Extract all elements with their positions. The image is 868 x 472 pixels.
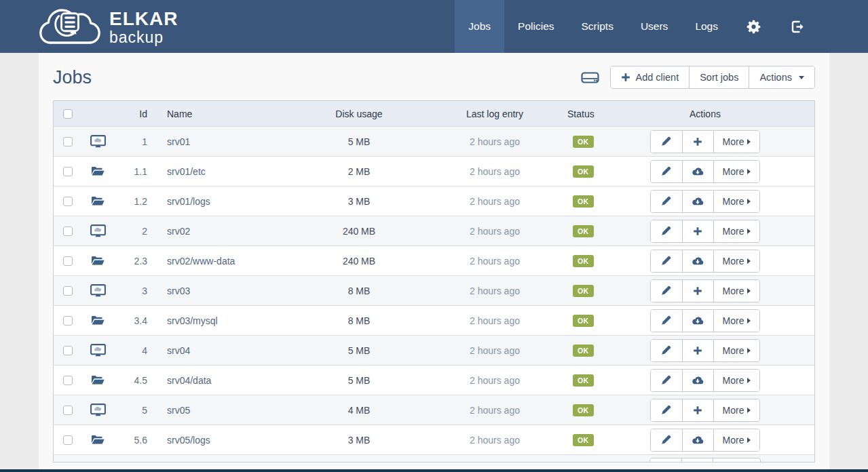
row-id: 4 (115, 345, 149, 356)
chevron-right-icon (747, 437, 751, 443)
restore-button[interactable] (682, 429, 713, 451)
job-name-link[interactable]: srv04 (149, 345, 291, 356)
job-name-link[interactable]: srv05/logs (149, 435, 291, 446)
computer-icon (90, 404, 106, 417)
status-badge: OK (573, 345, 594, 357)
hard-drive-icon[interactable] (581, 70, 599, 85)
add-client-button[interactable]: Add client (611, 66, 690, 88)
edit-button[interactable] (651, 131, 682, 153)
more-button[interactable] (713, 458, 731, 462)
last-log-entry: 2 hours ago (427, 375, 563, 386)
row-id: 5 (115, 405, 149, 416)
more-button[interactable]: More (713, 250, 760, 272)
add-client-label: Add client (636, 72, 679, 83)
job-name-link[interactable]: srv03 (149, 286, 291, 296)
last-log-entry: 2 hours ago (427, 226, 563, 237)
action-button-group: More (650, 309, 761, 332)
job-name-link[interactable]: srv01 (149, 136, 291, 147)
add-job-button[interactable] (682, 280, 713, 302)
nav-item-policies[interactable]: Policies (504, 0, 567, 53)
action-button-group-partial[interactable] (649, 458, 761, 462)
add-job-button[interactable] (682, 131, 713, 153)
actions-label: Actions (759, 72, 792, 83)
job-name-link[interactable]: srv03/mysql (149, 315, 291, 326)
main-content: Jobs Add client Sort jobs (39, 53, 829, 469)
more-button[interactable]: More (713, 131, 760, 153)
more-button[interactable]: More (713, 191, 760, 212)
job-name-link[interactable]: srv02/www-data (149, 256, 291, 267)
row-checkbox[interactable] (63, 346, 73, 355)
restore-button[interactable] (682, 191, 713, 212)
more-button[interactable]: More (713, 370, 760, 391)
edit-button[interactable] (651, 250, 682, 272)
row-checkbox[interactable] (63, 227, 73, 236)
table-row: 1 srv01 5 MB 2 hours ago OK (54, 126, 814, 156)
row-id: 1.2 (115, 196, 149, 207)
header-actions: Actions (647, 109, 763, 119)
more-button[interactable]: More (713, 280, 760, 302)
add-job-button[interactable] (681, 458, 713, 462)
restore-button[interactable] (682, 370, 713, 391)
brand-logo[interactable]: ELKAR backup (37, 5, 178, 47)
chevron-right-icon (747, 258, 751, 264)
nav-item-logs[interactable]: Logs (681, 0, 732, 53)
edit-button[interactable] (650, 458, 681, 462)
edit-button[interactable] (651, 161, 682, 182)
nav-item-scripts[interactable]: Scripts (568, 0, 627, 53)
brand-line1: ELKAR (109, 9, 178, 28)
edit-button[interactable] (651, 340, 682, 361)
plus-icon (621, 73, 630, 82)
more-button[interactable]: More (713, 340, 760, 361)
more-button-label: More (723, 166, 744, 177)
pencil-icon (661, 405, 671, 415)
disk-usage: 240 MB (291, 226, 427, 237)
more-button[interactable]: More (713, 399, 760, 421)
sort-jobs-button[interactable]: Sort jobs (689, 66, 749, 88)
edit-button[interactable] (651, 429, 682, 451)
row-checkbox[interactable] (63, 406, 73, 415)
job-name-link[interactable]: srv04/data (149, 375, 291, 386)
row-checkbox[interactable] (63, 137, 73, 146)
job-name-link[interactable]: srv01/etc (149, 166, 291, 177)
restore-button[interactable] (682, 161, 713, 182)
more-button[interactable]: More (713, 161, 760, 182)
row-checkbox[interactable] (63, 256, 73, 266)
row-checkbox[interactable] (63, 376, 73, 385)
nav-item-users[interactable]: Users (627, 0, 681, 53)
row-checkbox[interactable] (63, 197, 73, 206)
edit-button[interactable] (651, 310, 682, 332)
job-name-link[interactable]: srv02 (149, 226, 291, 237)
row-checkbox[interactable] (63, 286, 73, 296)
cloud-download-icon (692, 197, 704, 206)
edit-button[interactable] (651, 220, 682, 242)
edit-button[interactable] (651, 280, 682, 302)
last-log-entry: 2 hours ago (427, 435, 563, 446)
select-all-checkbox[interactable] (63, 109, 73, 119)
nav-item-jobs[interactable]: Jobs (455, 0, 504, 53)
nav-settings[interactable] (732, 0, 776, 53)
add-job-button[interactable] (682, 340, 713, 361)
row-checkbox[interactable] (63, 167, 73, 176)
job-name-link[interactable]: srv01/logs (149, 196, 291, 207)
restore-button[interactable] (682, 310, 713, 332)
actions-dropdown-button[interactable]: Actions (749, 66, 814, 88)
restore-button[interactable] (682, 250, 713, 272)
add-job-button[interactable] (682, 220, 713, 242)
more-button[interactable]: More (713, 310, 760, 332)
nav-logout[interactable] (776, 0, 819, 53)
job-name-link[interactable]: srv05 (149, 405, 291, 416)
row-checkbox[interactable] (63, 435, 73, 445)
row-checkbox[interactable] (63, 316, 73, 326)
more-button[interactable]: More (713, 220, 760, 242)
add-job-button[interactable] (682, 399, 713, 421)
more-button[interactable]: More (713, 429, 760, 451)
bottom-edge-bar (0, 469, 868, 472)
toolbar: Add client Sort jobs Actions (581, 66, 815, 89)
more-button-label: More (723, 256, 744, 267)
status-badge: OK (573, 225, 594, 237)
edit-button[interactable] (651, 399, 682, 421)
action-button-group: More (650, 190, 761, 213)
edit-button[interactable] (651, 191, 682, 212)
disk-usage: 5 MB (291, 345, 427, 356)
edit-button[interactable] (651, 370, 682, 391)
